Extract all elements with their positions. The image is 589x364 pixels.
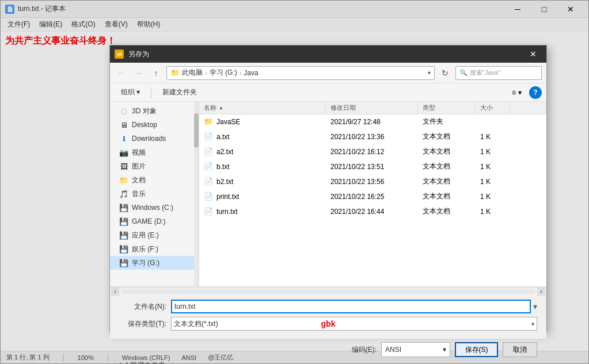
dialog-close-button[interactable]: ✕ (525, 47, 542, 61)
file-label-printtxt: print.txt (216, 193, 239, 201)
dialog-hscrollbar[interactable]: ‹ › (110, 287, 546, 295)
video-icon: 📷 (119, 148, 128, 157)
file-row-b2txt[interactable]: 📄 b2.txt 2021/10/22 13:56 文本文档 1 K (199, 174, 546, 189)
nav-up-button[interactable]: ↑ (149, 66, 163, 80)
file-size-b2txt: 1 K (476, 174, 510, 189)
file-name-btxt: 📄 b.txt (199, 159, 326, 174)
encoding-row: 编码(E): ANSI ▾ 保存(S) 取消 (110, 339, 546, 357)
encoding-select[interactable]: ANSI ▾ (381, 342, 450, 357)
dialog-addressbar: ← → ↑ 📁 此电脑 › 学习 (G:) › Java ▾ ↻ 🔍 搜索"Ja… (110, 63, 546, 83)
help-button[interactable]: ? (529, 86, 542, 99)
encoding-value: ANSI (385, 346, 401, 354)
sidebar-label-windows-c: Windows (C:) (132, 204, 173, 212)
col-date-header[interactable]: 修改日期 (326, 102, 418, 114)
sidebar-scrollbar[interactable] (194, 102, 199, 286)
file-type-b2txt: 文本文档 (418, 174, 476, 189)
sidebar-item-entertainment-f[interactable]: 💾 娱乐 (F:) (110, 242, 199, 256)
col-size-header[interactable]: 大小 (476, 102, 510, 114)
txt-icon-atxt: 📄 (204, 132, 213, 141)
col-type-header[interactable]: 类型 (418, 102, 476, 114)
file-row-javase[interactable]: 📁 JavaSE 2021/9/27 12:48 文件夹 (199, 114, 546, 129)
hscroll-left-button[interactable]: ‹ (111, 288, 119, 296)
file-type-btxt: 文本文档 (418, 159, 476, 174)
file-row-turntxt[interactable]: 📄 turn.txt 2021/10/22 16:44 文本文档 1 K (199, 204, 546, 219)
dialog-icon: 📁 (115, 49, 124, 59)
sidebar-item-documents[interactable]: 📁 文档 (110, 173, 199, 187)
new-folder-button[interactable]: 新建文件夹 (156, 85, 203, 99)
cancel-button[interactable]: 取消 (503, 342, 537, 357)
sidebar-label-music: 音乐 (132, 189, 146, 199)
file-label-turntxt: turn.txt (216, 208, 238, 216)
file-row-printtxt[interactable]: 📄 print.txt 2021/10/22 16:25 文本文档 1 K (199, 189, 546, 204)
breadcrumb-sep-1: › (205, 70, 207, 76)
sidebar-item-game-d[interactable]: 💾 GAME (D:) (110, 214, 199, 228)
col-name-header[interactable]: 名称 ▲ (199, 102, 326, 114)
filename-input[interactable] (171, 300, 531, 313)
music-icon: 🎵 (119, 189, 128, 198)
encoding-label: 编码(E): (352, 345, 377, 355)
file-label-a2txt: a2.txt (216, 148, 233, 156)
breadcrumb-folder-icon: 📁 (170, 68, 180, 77)
col-type-label: 类型 (423, 104, 435, 112)
file-date-turntxt: 2021/10/22 16:44 (326, 204, 418, 219)
organize-button[interactable]: 组织 ▾ (115, 85, 146, 99)
refresh-button[interactable]: ↻ (438, 66, 452, 80)
file-type-turntxt: 文本文档 (418, 204, 476, 219)
desktop-icon: 🖥 (119, 120, 128, 129)
sidebar-item-desktop[interactable]: 🖥 Desktop (110, 118, 199, 132)
sidebar-item-study-g[interactable]: 💾 学习 (G:) (110, 256, 199, 270)
sidebar-item-app-e[interactable]: 💾 应用 (E:) (110, 228, 199, 242)
sidebar-label-game-d: GAME (D:) (132, 217, 166, 225)
sidebar-item-3d-objects[interactable]: ⬡ 3D 对象 (110, 104, 199, 118)
hscroll-track (121, 289, 535, 294)
file-row-btxt[interactable]: 📄 b.txt 2021/10/22 13:51 文本文档 1 K (199, 159, 546, 174)
sidebar-label-pictures: 图片 (132, 162, 146, 171)
file-date-a2txt: 2021/10/22 16:12 (326, 144, 418, 159)
file-date-printtxt: 2021/10/22 16:25 (326, 189, 418, 204)
search-icon: 🔍 (459, 69, 468, 76)
breadcrumb-root: 此电脑 (182, 68, 203, 78)
filetype-select[interactable]: 文本文档(*.txt) ▾ (171, 317, 537, 331)
sidebar-label-study-g: 学习 (G:) (132, 258, 159, 268)
save-button[interactable]: 保存(S) (455, 342, 498, 357)
col-name-chevron: ▲ (219, 105, 223, 110)
study-drive-icon: 💾 (119, 258, 128, 267)
sidebar-item-videos[interactable]: 📷 视频 (110, 145, 199, 159)
sidebar-item-downloads[interactable]: ⬇ Downloads (110, 132, 199, 145)
search-bar[interactable]: 🔍 搜索"Java" (455, 66, 542, 80)
sidebar-item-windows-c[interactable]: 💾 Windows (C:) (110, 201, 199, 214)
sidebar-item-pictures[interactable]: 🖼 图片 (110, 159, 199, 173)
txt-icon-btxt: 📄 (204, 162, 213, 171)
toolbar-sep (151, 87, 151, 98)
file-date-atxt: 2021/10/22 13:36 (326, 129, 418, 144)
sidebar-label-downloads: Downloads (132, 135, 166, 143)
sidebar-item-music[interactable]: 🎵 音乐 (110, 187, 199, 201)
dialog-form: 文件名(N): ▾ 保存类型(T): 文本文档(*.txt) ▾ gbk (110, 295, 546, 339)
breadcrumb-chevron: ▾ (428, 70, 431, 76)
file-size-printtxt: 1 K (476, 189, 510, 204)
file-row-atxt[interactable]: 📄 a.txt 2021/10/22 13:36 文本文档 1 K (199, 129, 546, 144)
hscroll-right-button[interactable]: › (537, 288, 545, 296)
hide-folders-row[interactable]: ^ ^ 隐藏文件夹 (110, 357, 546, 364)
file-label-btxt: b.txt (216, 163, 230, 171)
filename-row: 文件名(N): ▾ (119, 300, 537, 313)
dialog-titlebar: 📁 另存为 ✕ (110, 45, 546, 63)
encoding-dropdown-icon: ▾ (443, 346, 446, 354)
view-button[interactable]: ≡ ▾ (507, 87, 527, 98)
game-drive-icon: 💾 (119, 217, 128, 226)
breadcrumb-bar[interactable]: 📁 此电脑 › 学习 (G:) › Java ▾ (166, 66, 435, 80)
filetype-dropdown-icon: ▾ (531, 321, 534, 327)
view-icon: ≡ (512, 89, 516, 97)
entertainment-drive-icon: 💾 (119, 244, 128, 254)
breadcrumb-sep-2: › (240, 70, 242, 76)
dialog-title: 另存为 (128, 49, 525, 59)
filename-dropdown[interactable]: ▾ (533, 302, 537, 311)
file-label-javase: JavaSE (216, 118, 240, 126)
txt-icon-b2txt: 📄 (204, 177, 213, 186)
file-row-a2txt[interactable]: 📄 a2.txt 2021/10/22 16:12 文本文档 1 K (199, 144, 546, 159)
filelist-header: 名称 ▲ 修改日期 类型 大小 (199, 102, 546, 114)
dialog-toolbar: 组织 ▾ 新建文件夹 ≡ ▾ ? (110, 83, 546, 102)
nav-back-button[interactable]: ← (115, 66, 128, 80)
file-name-javase: 📁 JavaSE (199, 114, 326, 129)
nav-forward-button[interactable]: → (132, 66, 146, 80)
